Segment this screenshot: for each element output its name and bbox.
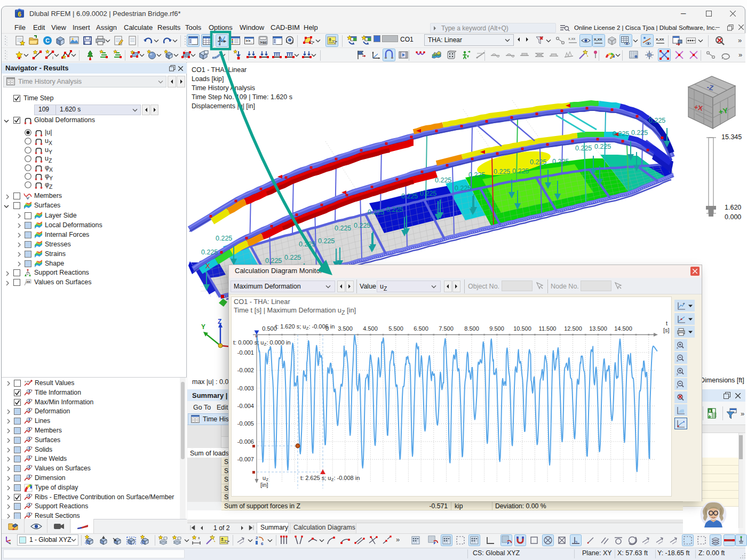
- svg-text:x,xx: x,xx: [594, 37, 602, 42]
- svg-text:[s]: [s]: [663, 327, 670, 333]
- svg-text:0.225: 0.225: [335, 225, 351, 232]
- svg-text:4.500: 4.500: [363, 325, 378, 332]
- svg-text:0.225: 0.225: [216, 235, 232, 242]
- svg-text:9.500: 9.500: [489, 325, 504, 332]
- svg-text:0.225: 0.225: [494, 168, 510, 175]
- svg-text:0.225: 0.225: [594, 143, 611, 150]
- svg-text:14.500: 14.500: [614, 325, 632, 332]
- svg-text:3.500: 3.500: [338, 325, 353, 332]
- svg-text:11.500: 11.500: [539, 325, 557, 332]
- svg-text:8.500: 8.500: [464, 325, 479, 332]
- svg-text:0.225: 0.225: [265, 257, 282, 265]
- svg-text:0.225: 0.225: [613, 130, 629, 138]
- svg-text:0.225: 0.225: [318, 237, 335, 245]
- svg-text:0.225: 0.225: [420, 190, 436, 197]
- svg-text:X: X: [205, 262, 210, 270]
- svg-text:0.225: 0.225: [455, 185, 471, 192]
- svg-text:-0.005: -0.005: [237, 420, 254, 427]
- svg-text:0.225: 0.225: [386, 206, 403, 213]
- svg-text:Y: Y: [201, 323, 205, 331]
- svg-text:x,xx: x,xx: [656, 37, 664, 42]
- svg-text:t: 0.000 s; uZ: 0.000 in: t: 0.000 s; uZ: 0.000 in: [233, 339, 291, 347]
- svg-text:I: I: [52, 56, 53, 60]
- svg-text:0.225: 0.225: [368, 209, 384, 216]
- svg-text:0.225: 0.225: [649, 117, 665, 124]
- svg-text:6.500: 6.500: [414, 325, 428, 332]
- svg-text:12.500: 12.500: [564, 325, 582, 332]
- svg-text:-0.002: -0.002: [237, 367, 254, 373]
- svg-text:-0.001: -0.001: [237, 349, 254, 356]
- svg-text:0.225: 0.225: [284, 254, 301, 261]
- svg-text:y: y: [677, 372, 678, 375]
- svg-text:±: ±: [221, 537, 224, 542]
- svg-text:0.225: 0.225: [299, 241, 315, 248]
- svg-text:0.225: 0.225: [631, 129, 648, 137]
- svg-text:0.225: 0.225: [468, 171, 485, 179]
- svg-text:13.500: 13.500: [589, 325, 607, 332]
- svg-text:-0.003: -0.003: [237, 385, 254, 391]
- svg-text:x: x: [677, 346, 678, 349]
- svg-text:2: 2: [256, 535, 258, 540]
- svg-text:0.225: 0.225: [401, 193, 418, 200]
- svg-text:>sc: >sc: [260, 40, 267, 45]
- svg-text:10.500: 10.500: [513, 325, 531, 332]
- svg-text:y: y: [677, 385, 678, 388]
- svg-text:x: x: [198, 536, 200, 540]
- svg-text:0.225: 0.225: [354, 222, 370, 229]
- svg-text:x.xx: x.xx: [568, 36, 576, 41]
- svg-text:7.500: 7.500: [439, 325, 454, 332]
- svg-text:+X: +X: [693, 103, 703, 113]
- svg-text:0.225: 0.225: [201, 249, 218, 256]
- svg-text:uZ: uZ: [263, 475, 268, 482]
- svg-text:0: 0: [325, 325, 329, 332]
- svg-text:>>_: >>_: [245, 38, 253, 43]
- svg-text:0.225: 0.225: [530, 158, 546, 166]
- svg-text:-0.004: -0.004: [237, 403, 254, 409]
- svg-text:x: x: [677, 359, 678, 362]
- svg-text:0.225: 0.225: [552, 158, 569, 165]
- svg-text:t: 2.625 s; uZ: -0.008 in: t: 2.625 s; uZ: -0.008 in: [300, 475, 360, 482]
- svg-text:Z: Z: [218, 318, 221, 325]
- svg-text:xx: xx: [27, 280, 30, 283]
- svg-text:X: X: [709, 409, 711, 413]
- svg-text:-0.007: -0.007: [237, 456, 254, 462]
- svg-text:[in]: [in]: [260, 482, 268, 488]
- svg-text:0.500: 0.500: [262, 325, 277, 332]
- svg-text:C: C: [45, 37, 50, 44]
- svg-text:+: +: [682, 301, 685, 306]
- svg-text:0.225: 0.225: [435, 177, 451, 184]
- svg-text:0.225: 0.225: [512, 167, 529, 175]
- svg-text:-0.006: -0.006: [237, 438, 254, 445]
- svg-text:5.500: 5.500: [388, 325, 403, 332]
- svg-text:±: ±: [329, 37, 331, 42]
- svg-text:t: t: [666, 320, 667, 326]
- svg-text:6: 6: [261, 541, 264, 546]
- svg-text:6: 6: [18, 11, 21, 18]
- svg-text:0.225: 0.225: [575, 145, 592, 152]
- svg-text:x.xx: x.xx: [25, 380, 30, 383]
